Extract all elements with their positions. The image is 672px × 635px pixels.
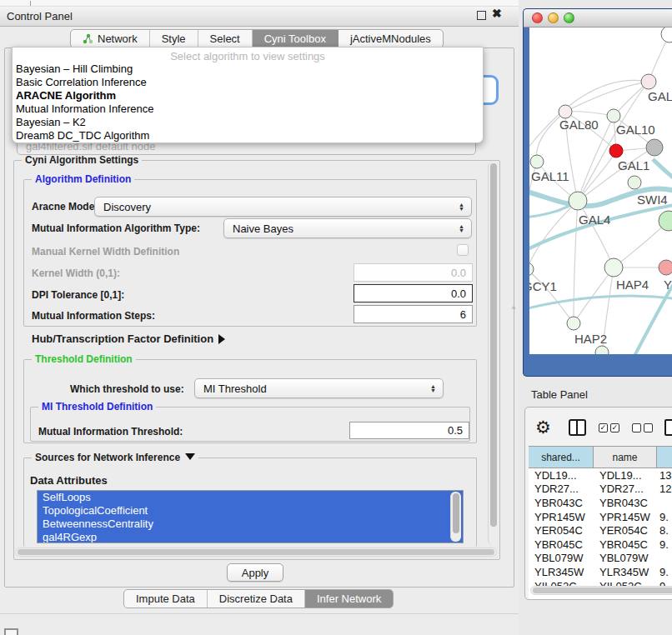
zoom-traffic-light-icon[interactable] xyxy=(564,12,574,23)
table-cell[interactable]: YBR043C xyxy=(594,496,657,510)
table-cell[interactable]: YBL079W xyxy=(594,552,657,566)
apply-button[interactable]: Apply xyxy=(227,563,283,582)
table-row[interactable]: YBR045CYBR045C9. xyxy=(529,538,672,552)
dropdown-item-basic-correlation-inference[interactable]: Basic Correlation Inference xyxy=(13,76,483,89)
new-table-icon[interactable] xyxy=(664,419,672,436)
table-cell[interactable]: YDR27... xyxy=(594,482,657,497)
network-node-gal11[interactable] xyxy=(530,155,544,168)
mi-type-label: Mutual Information Algorithm Type: xyxy=(32,222,200,234)
column-header-name[interactable]: name xyxy=(594,447,657,468)
table-row[interactable]: YBR043CYBR043C xyxy=(529,496,672,510)
mi-type-combo[interactable]: Naive Bayes ▲▼ xyxy=(223,218,472,238)
column-header-shared...[interactable]: shared... xyxy=(529,447,594,468)
table-row[interactable]: YER054CYER054C8. xyxy=(529,523,672,538)
data-attributes-list[interactable]: SelfLoopsTopologicalCoefficientBetweenne… xyxy=(37,490,464,543)
network-edge xyxy=(529,204,672,251)
attribute-item-betweennesscentrality[interactable]: BetweennessCentrality xyxy=(38,518,463,531)
table-cell[interactable] xyxy=(657,552,672,566)
attribute-item-topologicalcoefficient[interactable]: TopologicalCoefficient xyxy=(38,504,463,518)
network-window-titlebar[interactable] xyxy=(524,9,672,28)
table-cell[interactable]: YDL19... xyxy=(594,468,657,482)
minimize-traffic-light-icon[interactable] xyxy=(548,12,559,23)
kernel-width-field[interactable]: 0.0 xyxy=(354,263,473,282)
hub-definition-toggle[interactable]: Hub/Transcription Factor Definition xyxy=(32,332,225,345)
network-node-gal10[interactable] xyxy=(607,109,620,122)
table-cell[interactable]: 9. xyxy=(657,510,672,524)
settings-horizontal-scrollbar[interactable] xyxy=(15,548,497,557)
table-cell[interactable]: 9. xyxy=(657,565,672,579)
dropdown-item-bayesian-k2[interactable]: Bayesian – K2 xyxy=(13,116,483,129)
table-cell[interactable]: YLR345W xyxy=(529,565,594,579)
column-header-extra[interactable] xyxy=(657,447,672,468)
tab-impute-data[interactable]: Impute Data xyxy=(124,590,208,608)
tab-network[interactable]: Network xyxy=(71,30,150,48)
network-node-hap4[interactable] xyxy=(604,258,623,277)
gear-icon[interactable]: ⚙ xyxy=(535,418,551,438)
mi-steps-field[interactable]: 6 xyxy=(354,305,473,323)
attribute-item-gal4rgexp[interactable]: gal4RGexp xyxy=(38,531,463,543)
network-node-y[interactable] xyxy=(659,260,672,275)
minimized-panel-icon[interactable] xyxy=(4,628,18,635)
tab-style[interactable]: Style xyxy=(150,30,198,48)
settings-vertical-scrollbar[interactable] xyxy=(488,162,499,545)
tab-label: Cyni Toolbox xyxy=(264,32,326,45)
which-threshold-combo[interactable]: MI Threshold ▲▼ xyxy=(194,378,444,398)
network-node-gal[interactable] xyxy=(641,74,656,89)
network-node-gcy1[interactable] xyxy=(529,262,534,276)
attributes-scrollbar[interactable] xyxy=(450,492,461,542)
sources-title[interactable]: Sources for Network Inference xyxy=(32,452,198,463)
float-window-icon[interactable] xyxy=(477,11,486,20)
table-cell[interactable]: 12 xyxy=(657,482,672,497)
dropdown-item-aracne-algorithm[interactable]: ARACNE Algorithm xyxy=(13,89,483,102)
close-traffic-light-icon[interactable] xyxy=(532,12,543,23)
table-cell[interactable]: YDL19... xyxy=(529,468,594,482)
dropdown-item-bayesian-hill-climbing[interactable]: Bayesian – Hill Climbing xyxy=(13,62,483,76)
table-cell[interactable]: YER054C xyxy=(529,523,594,538)
table-row[interactable]: YDR27...YDR27...12 xyxy=(529,482,672,497)
network-node-gal1[interactable] xyxy=(609,144,623,158)
table-cell[interactable]: YBR045C xyxy=(529,538,594,552)
dropdown-item-dream8-dc-tdc-algorithm[interactable]: Dream8 DC_TDC Algorithm xyxy=(13,129,483,142)
tab-cyni-toolbox[interactable]: Cyni Toolbox xyxy=(253,30,339,48)
network-node-swi4[interactable] xyxy=(628,176,641,189)
dpi-tolerance-field[interactable]: 0.0 xyxy=(354,284,473,302)
attribute-item-selfloops[interactable]: SelfLoops xyxy=(38,491,463,504)
mi-threshold-field[interactable]: 0.5 xyxy=(349,422,469,439)
table-cell[interactable]: YLR345W xyxy=(594,565,657,579)
deselect-all-checkboxes-icon[interactable] xyxy=(632,423,653,432)
table-row[interactable]: YBL079WYBL079W xyxy=(529,552,672,566)
network-node-gal80[interactable] xyxy=(559,105,572,118)
aracne-mode-combo[interactable]: Discovery ▲▼ xyxy=(94,197,472,217)
table-cell[interactable]: YPR145W xyxy=(529,510,594,524)
tab-jactivemnodules[interactable]: jActiveMNodules xyxy=(339,30,443,48)
table-cell[interactable]: 13 xyxy=(657,468,672,482)
table-row[interactable]: YLR345WYLR345W9. xyxy=(529,565,672,579)
table-cell[interactable] xyxy=(657,496,672,510)
columns-icon[interactable] xyxy=(569,419,586,436)
network-node-gal4[interactable] xyxy=(569,192,587,210)
dropdown-item-mutual-information-inference[interactable]: Mutual Information Inference xyxy=(13,102,483,116)
close-icon[interactable]: ✖ xyxy=(492,7,502,20)
table-horizontal-scrollbar[interactable] xyxy=(530,586,672,595)
table-cell[interactable]: 9. xyxy=(657,538,672,552)
table-row[interactable]: YDL19...YDL19...13 xyxy=(529,468,672,482)
network-canvas[interactable]: GALGAL80GAL10GAL1GAL11SWI4GAL4GCY1HAP4YH… xyxy=(529,28,672,354)
panel-resize-grip[interactable]: ^ xyxy=(512,305,515,313)
table-cell[interactable]: YBR045C xyxy=(594,538,657,552)
network-node[interactable] xyxy=(646,139,663,156)
network-node-hap2[interactable] xyxy=(567,317,580,330)
table-cell[interactable]: YBL079W xyxy=(529,552,594,566)
tab-discretize-data[interactable]: Discretize Data xyxy=(208,590,305,608)
table-cell[interactable]: YBR043C xyxy=(529,496,594,510)
manual-kernel-checkbox[interactable] xyxy=(457,244,469,256)
table-row[interactable]: YPR145WYPR145W9. xyxy=(529,510,672,524)
table-cell[interactable]: YER054C xyxy=(594,523,657,538)
select-all-checkboxes-icon[interactable]: ✓✓ xyxy=(599,423,619,432)
tab-select[interactable]: Select xyxy=(198,30,253,48)
table-cell[interactable]: YDR27... xyxy=(529,482,594,497)
table-cell[interactable]: 8. xyxy=(657,523,672,538)
network-node[interactable] xyxy=(661,28,672,42)
tab-infer-network[interactable]: Infer Network xyxy=(305,590,393,608)
network-node[interactable] xyxy=(595,346,609,354)
table-cell[interactable]: YPR145W xyxy=(594,510,657,524)
